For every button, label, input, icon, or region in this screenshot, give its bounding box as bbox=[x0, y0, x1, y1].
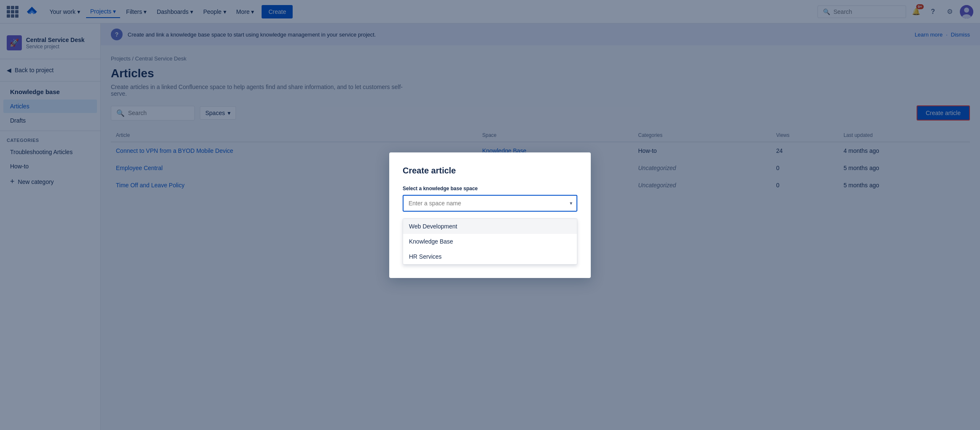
space-name-input[interactable] bbox=[403, 195, 577, 212]
modal-overlay[interactable]: Create article Select a knowledge base s… bbox=[0, 0, 980, 430]
modal-select-label: Select a knowledge base space bbox=[403, 186, 577, 191]
dropdown-option[interactable]: Knowledge Base bbox=[403, 234, 577, 249]
space-dropdown: Web DevelopmentKnowledge BaseHR Services bbox=[403, 218, 577, 265]
modal-title: Create article bbox=[403, 166, 577, 176]
dropdown-option[interactable]: HR Services bbox=[403, 249, 577, 264]
create-article-modal: Create article Select a knowledge base s… bbox=[389, 152, 591, 278]
dropdown-option[interactable]: Web Development bbox=[403, 219, 577, 234]
modal-select-wrapper: ▾ bbox=[403, 195, 577, 212]
